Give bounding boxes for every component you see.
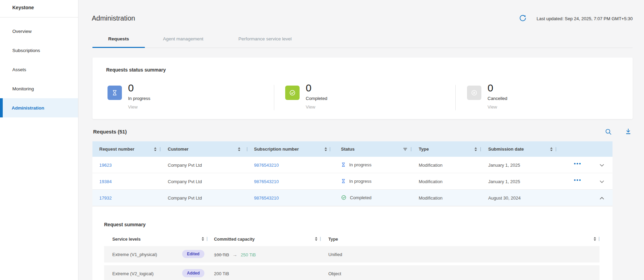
sidebar-item-label: Assets <box>12 67 26 72</box>
sort-icon[interactable] <box>314 237 318 241</box>
refresh-icon[interactable] <box>519 14 527 22</box>
status-text: In progress <box>349 179 371 184</box>
customer-cell: Company Pvt Ltd <box>168 195 202 201</box>
status-cell: Completed <box>341 195 371 200</box>
customer-cell: Company Pvt Ltd <box>168 163 202 168</box>
sort-icon[interactable] <box>474 147 478 152</box>
in-progress-view-link[interactable]: View <box>128 104 138 110</box>
cancelled-icon <box>467 86 481 100</box>
filter-icon[interactable] <box>403 147 407 152</box>
tab-requests[interactable]: Requests <box>92 36 145 47</box>
column-separator: | <box>160 146 161 151</box>
completed-icon <box>285 86 300 100</box>
sort-icon[interactable] <box>550 147 553 152</box>
requests-status-summary-card: Requests status summary 0 In progress Vi… <box>92 58 633 119</box>
more-actions-icon[interactable]: ●●● <box>572 178 583 185</box>
column-header-request-number: Request number <box>99 147 135 152</box>
status-text: In progress <box>349 162 371 167</box>
request-number-link[interactable]: 17932 <box>99 195 112 201</box>
table-row-expanded: 17932 Company Pvt Ltd 9876543210 Complet… <box>92 190 613 206</box>
submission-date-cell: January 1, 2025 <box>488 179 520 184</box>
committed-capacity-cell: 200 TiB <box>214 271 229 276</box>
request-number-link[interactable]: 19384 <box>99 179 112 184</box>
type-cell: Object <box>328 271 341 276</box>
sidebar-item-label: Subscriptions <box>12 48 40 53</box>
status-badge: Added <box>182 269 204 277</box>
sort-icon[interactable] <box>201 237 205 241</box>
completed-count: 0 <box>306 82 312 94</box>
sidebar-item-label: Administration <box>12 105 44 111</box>
column-separator: | <box>206 236 207 241</box>
request-summary-panel: Request summary Service levels | Committ… <box>92 207 613 280</box>
sidebar-item-monitoring[interactable]: Monitoring <box>0 79 78 98</box>
committed-capacity-cell: 100 TiB→250 TiB <box>214 252 256 257</box>
administration-page: Keystone Overview Subscriptions Assets M… <box>0 0 644 280</box>
column-separator: | <box>329 146 330 151</box>
brand-title: Keystone <box>12 5 34 10</box>
arrow-right-icon: → <box>232 252 237 257</box>
type-cell: Modification <box>419 163 442 168</box>
column-separator: | <box>411 146 412 151</box>
sidebar-item-label: Overview <box>12 29 31 34</box>
tabs-divider <box>92 48 633 48</box>
status-badge: Edited <box>182 250 204 258</box>
column-header-service-levels: Service levels <box>112 237 141 242</box>
old-capacity: 100 TiB <box>214 252 229 257</box>
more-actions-icon[interactable]: ●●● <box>572 162 583 168</box>
status-text: Completed <box>350 195 371 200</box>
submission-date-cell: January 1, 2025 <box>488 163 520 168</box>
type-cell: Modification <box>419 195 442 201</box>
page-title: Administration <box>92 14 135 22</box>
subscription-number-link[interactable]: 9876543210 <box>254 195 279 201</box>
sort-icon[interactable] <box>153 147 157 152</box>
chevron-down-icon[interactable] <box>598 178 605 185</box>
sidebar-item-overview[interactable]: Overview <box>0 22 78 41</box>
subscription-number-link[interactable]: 9876543210 <box>254 179 279 184</box>
column-separator: | <box>555 146 556 151</box>
tab-agent-management[interactable]: Agent management <box>151 36 216 47</box>
requests-list-title: Requests (51) <box>93 129 127 135</box>
requests-table: Request number | Customer | Subscription… <box>92 141 613 206</box>
column-separator: | <box>480 146 481 151</box>
subscription-number-link[interactable]: 9876543210 <box>254 163 279 168</box>
sidebar-item-subscriptions[interactable]: Subscriptions <box>0 41 78 60</box>
completed-view-link[interactable]: View <box>306 104 315 110</box>
status-cell: In progress <box>341 178 371 184</box>
column-separator: | <box>247 146 248 151</box>
hourglass-icon <box>341 162 346 167</box>
request-number-link[interactable]: 19623 <box>99 163 112 168</box>
customer-cell: Company Pvt Ltd <box>168 179 202 184</box>
cancelled-label: Cancelled <box>488 96 507 101</box>
tile-divider <box>274 85 274 110</box>
hourglass-icon <box>108 86 122 100</box>
submission-date-cell: August 30, 2024 <box>488 195 521 201</box>
completed-icon <box>341 195 346 200</box>
sidebar-item-label: Monitoring <box>12 86 34 91</box>
new-capacity: 250 TiB <box>241 252 256 257</box>
cancelled-count: 0 <box>488 82 493 94</box>
chevron-down-icon[interactable] <box>598 162 605 169</box>
tile-divider <box>455 85 456 110</box>
service-level-cell: Extreme (V1_physical) <box>112 252 157 257</box>
tab-performance-service-level[interactable]: Performance service level <box>226 36 304 47</box>
service-level-cell: Extreme (V2_logical) <box>112 271 154 276</box>
search-icon[interactable] <box>605 128 612 136</box>
download-icon[interactable] <box>624 128 632 135</box>
request-summary-title: Request summary <box>104 222 146 227</box>
sidebar-item-assets[interactable]: Assets <box>0 60 78 79</box>
sort-icon[interactable] <box>324 147 328 152</box>
type-cell: Modification <box>419 179 442 184</box>
column-separator: | <box>320 236 321 241</box>
column-header-type: Type <box>419 147 429 152</box>
column-header-customer: Customer <box>168 147 189 152</box>
cancelled-view-link[interactable]: View <box>488 104 497 110</box>
sort-icon[interactable] <box>593 237 597 241</box>
sidebar-divider <box>0 17 78 17</box>
column-separator: | <box>598 236 599 241</box>
chevron-up-icon[interactable] <box>598 195 605 202</box>
hourglass-icon <box>341 178 346 184</box>
service-level-row: Extreme (V2_logical) Added 200 TiB Objec… <box>104 265 599 280</box>
in-progress-count: 0 <box>128 82 134 94</box>
sort-icon[interactable] <box>237 147 241 152</box>
sidebar-item-administration[interactable]: Administration <box>0 98 78 117</box>
